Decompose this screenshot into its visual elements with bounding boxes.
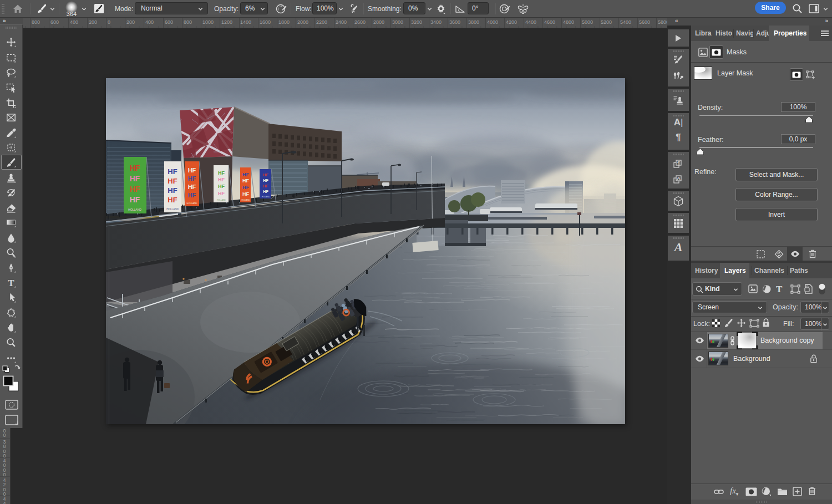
svg-text:HF: HF bbox=[188, 175, 196, 182]
svg-text:HF: HF bbox=[263, 173, 268, 177]
svg-text:HF: HF bbox=[242, 178, 249, 184]
svg-text:HF: HF bbox=[263, 179, 268, 182]
svg-text:A: A bbox=[677, 175, 681, 181]
svg-text:HF: HF bbox=[242, 191, 249, 197]
svg-text:HF: HF bbox=[218, 170, 225, 176]
svg-text:HF: HF bbox=[242, 185, 249, 190]
svg-text:HF: HF bbox=[242, 172, 249, 177]
svg-text:HF: HF bbox=[218, 191, 225, 196]
svg-text:HF: HF bbox=[130, 174, 140, 183]
svg-text:HF: HF bbox=[188, 184, 196, 190]
svg-text:T: T bbox=[8, 278, 14, 288]
svg-text:HF: HF bbox=[168, 177, 177, 185]
svg-text:HF: HF bbox=[168, 186, 177, 195]
svg-text:¶: ¶ bbox=[677, 160, 680, 166]
svg-text:HF: HF bbox=[130, 195, 140, 204]
svg-text:HF: HF bbox=[130, 164, 140, 172]
svg-text:HF: HF bbox=[168, 167, 177, 176]
svg-text:HF: HF bbox=[218, 177, 225, 182]
svg-text:HF: HF bbox=[168, 196, 177, 204]
svg-text:HF: HF bbox=[188, 192, 196, 198]
svg-text:HOLLAND: HOLLAND bbox=[187, 202, 197, 205]
svg-text:HOLLAND: HOLLAND bbox=[128, 208, 141, 211]
svg-text:HF: HF bbox=[263, 184, 268, 188]
svg-text:HOLLAND: HOLLAND bbox=[166, 208, 179, 211]
svg-text:HF: HF bbox=[263, 190, 268, 194]
svg-text:HF: HF bbox=[218, 184, 225, 189]
svg-text:HOLLAND: HOLLAND bbox=[217, 199, 226, 201]
svg-text:HOLLAND: HOLLAND bbox=[241, 199, 250, 201]
svg-text:HOLLAND: HOLLAND bbox=[262, 196, 270, 198]
svg-text:HF: HF bbox=[130, 185, 140, 194]
svg-text:HF: HF bbox=[188, 167, 196, 174]
